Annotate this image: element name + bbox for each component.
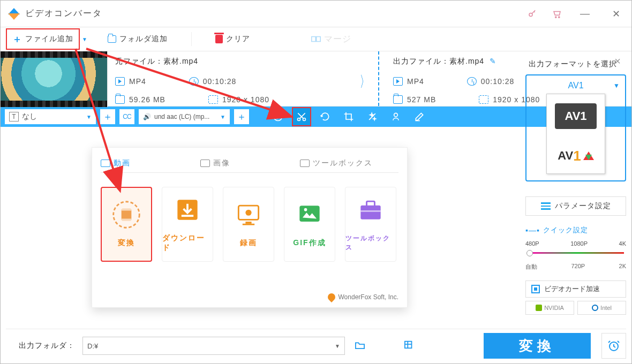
- format-name: AV1: [568, 81, 583, 90]
- source-output-divider: 〉: [353, 51, 386, 106]
- convert-icon: [111, 201, 141, 229]
- key-icon[interactable]: [528, 9, 537, 19]
- add-file-dropdown[interactable]: ▼: [82, 36, 87, 42]
- crop-button[interactable]: [339, 107, 358, 126]
- feature-toolbox[interactable]: ツールボックス: [345, 187, 396, 262]
- plus-icon: ＋: [12, 33, 22, 46]
- add-file-button[interactable]: ＋ ファイル追加: [6, 28, 80, 50]
- feature-gif[interactable]: GIF作成: [284, 187, 335, 262]
- close-button[interactable]: ✕: [608, 8, 624, 20]
- sliders-icon: [541, 202, 551, 210]
- subtitle-select[interactable]: T なし ▼: [5, 109, 96, 124]
- parameter-settings-button[interactable]: パラメータ設定: [525, 196, 626, 216]
- preview-button[interactable]: [268, 107, 288, 126]
- output-path-select[interactable]: D:¥ ▼: [82, 337, 345, 355]
- bottom-bar: 出力フォルダ： D:¥ ▼ 変換: [6, 329, 626, 358]
- nvidia-icon: [536, 305, 542, 311]
- svg-point-20: [304, 208, 307, 211]
- source-file-label: 元ファイル：: [115, 57, 163, 65]
- svg-rect-18: [243, 224, 254, 225]
- main-toolbar: ＋ ファイル追加 ▼ フォルダ追加 クリア マージ: [1, 27, 631, 51]
- feature-convert[interactable]: 変換: [101, 187, 152, 262]
- svg-rect-23: [360, 210, 380, 212]
- subtitle-icon: T: [9, 112, 19, 122]
- output-file-name: 素材.mp4: [449, 57, 484, 65]
- video-thumbnail[interactable]: [1, 51, 108, 107]
- svg-rect-14: [182, 215, 193, 217]
- slider-thumb[interactable]: [526, 250, 533, 256]
- svg-rect-12: [122, 218, 132, 221]
- format-preview: AV1 AV1: [546, 94, 605, 174]
- audio-track-select[interactable]: 🔊 und aac (LC) (mp... ▼: [139, 109, 230, 124]
- merge-button[interactable]: マージ: [311, 34, 351, 45]
- convert-button[interactable]: 変換: [484, 333, 591, 359]
- link-icon: ▪—▪: [525, 226, 540, 234]
- size-icon: [115, 95, 125, 104]
- chip-icon: [531, 285, 540, 293]
- scheduler-button[interactable]: [601, 333, 626, 359]
- svg-rect-4: [317, 37, 321, 42]
- feature-download[interactable]: ダウンロード: [162, 187, 213, 262]
- svg-rect-19: [299, 206, 319, 222]
- open-folder-button[interactable]: [352, 340, 367, 352]
- cart-icon[interactable]: [552, 9, 562, 19]
- svg-point-8: [394, 113, 398, 117]
- effects-button[interactable]: [363, 107, 382, 126]
- flame-icon: [326, 292, 337, 302]
- source-file-name: 素材.mp4: [163, 57, 198, 65]
- chevron-down-icon: ▼: [613, 82, 620, 89]
- resolution-icon: [208, 95, 218, 104]
- toolbox-icon: [300, 160, 310, 167]
- feature-record[interactable]: 録画: [223, 187, 274, 262]
- briefcase-icon: [356, 196, 386, 224]
- svg-point-1: [555, 16, 556, 17]
- format-icon: [115, 77, 125, 86]
- add-folder-button[interactable]: フォルダ追加: [102, 32, 173, 46]
- svg-rect-3: [312, 37, 316, 42]
- feature-card: 動画 画像 ツールボックス 変換 ダウンロード 録画 GIF作成: [92, 147, 408, 308]
- add-subtitle-button[interactable]: ＋: [100, 109, 115, 124]
- add-audio-button[interactable]: ＋: [234, 109, 249, 124]
- image-icon: [200, 160, 210, 167]
- av1-logo-icon: [583, 151, 594, 160]
- folder-icon: [108, 35, 116, 43]
- output-format-title: 出力フォーマットを選択: [529, 59, 626, 69]
- clear-button[interactable]: クリア: [210, 32, 255, 46]
- rename-icon[interactable]: ✎: [490, 57, 496, 65]
- trash-icon: [215, 35, 223, 43]
- svg-point-16: [245, 210, 251, 216]
- edit-button[interactable]: [410, 107, 429, 126]
- resolution-slider[interactable]: [530, 252, 624, 254]
- tab-image[interactable]: 画像: [200, 158, 230, 168]
- gpu-nvidia[interactable]: NVIDIA: [525, 301, 574, 315]
- tab-toolbox[interactable]: ツールボックス: [300, 158, 373, 168]
- film-icon: [101, 160, 110, 167]
- gpu-intel[interactable]: Intel: [577, 301, 626, 315]
- tab-video[interactable]: 動画: [101, 158, 131, 168]
- output-format-panel: 出力フォーマットを選択 AV1▼ AV1 AV1 パラメータ設定 ▪—▪クイック…: [525, 52, 626, 315]
- download-icon: [172, 196, 202, 224]
- quick-settings: ▪—▪クイック設定 480P 1080P 4K 自動 720P 2K: [525, 225, 626, 271]
- batch-button[interactable]: [402, 340, 417, 352]
- app-title: ビデオコンバータ: [25, 8, 102, 19]
- svg-point-2: [559, 16, 560, 17]
- speaker-icon: 🔊: [143, 113, 151, 120]
- svg-rect-17: [245, 222, 251, 224]
- rotate-button[interactable]: [315, 107, 335, 126]
- format-selector[interactable]: AV1▼ AV1 AV1: [525, 74, 626, 181]
- watermark-button[interactable]: [386, 107, 405, 126]
- svg-rect-11: [122, 209, 132, 211]
- title-bar: ビデオコンバータ — ✕: [1, 1, 631, 27]
- app-logo-icon: [8, 8, 20, 20]
- minimize-button[interactable]: —: [577, 8, 593, 19]
- intel-icon: [592, 305, 598, 311]
- trim-scissor-button[interactable]: [292, 107, 311, 126]
- vendor-credit: WonderFox Soft, Inc.: [328, 293, 399, 301]
- gif-icon: [295, 201, 325, 229]
- cc-button[interactable]: CC: [119, 109, 134, 124]
- record-icon: [234, 201, 264, 229]
- clock-icon: [189, 77, 199, 86]
- svg-rect-21: [360, 206, 380, 219]
- output-file-label: 出力ファイル：: [393, 57, 449, 65]
- gpu-acceleration-button[interactable]: ビデオカード加速: [525, 280, 626, 298]
